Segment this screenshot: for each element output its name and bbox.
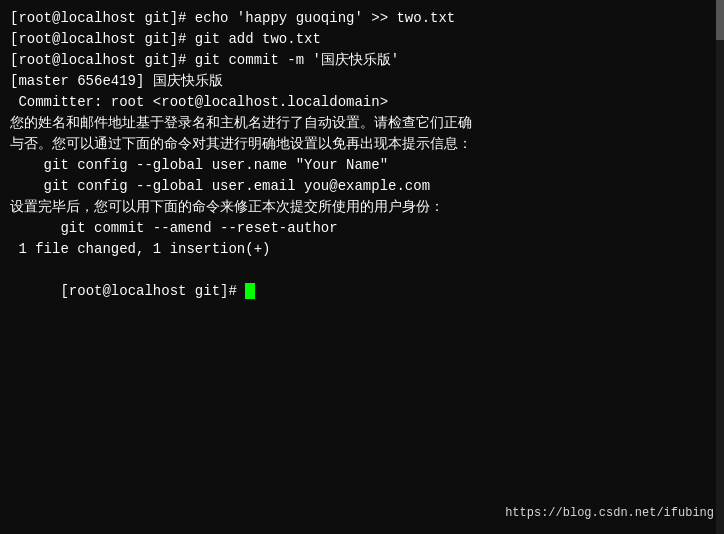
terminal-line: [master 656e419] 国庆快乐版 <box>10 71 714 92</box>
output: 您的姓名和邮件地址基于登录名和主机名进行了自动设置。请检查它们正确 <box>10 115 472 131</box>
cursor <box>245 283 255 299</box>
output: 与否。您可以通过下面的命令对其进行明确地设置以免再出现本提示信息： <box>10 136 472 152</box>
terminal-line: [root@localhost git]# git add two.txt <box>10 29 714 50</box>
scrollbar[interactable] <box>716 0 724 534</box>
terminal-line: [root@localhost git]# echo 'happy guoqin… <box>10 8 714 29</box>
watermark: https://blog.csdn.net/ifubing <box>505 506 714 520</box>
terminal-content: [root@localhost git]# echo 'happy guoqin… <box>10 8 714 323</box>
terminal-line: 设置完毕后，您可以用下面的命令来修正本次提交所使用的用户身份： <box>10 197 714 218</box>
output: 设置完毕后，您可以用下面的命令来修正本次提交所使用的用户身份： <box>10 199 444 215</box>
terminal-line: git config --global user.email you@examp… <box>10 176 714 197</box>
terminal-line: Committer: root <root@localhost.localdom… <box>10 92 714 113</box>
last-prompt: [root@localhost git]# <box>60 283 245 299</box>
output: Committer: root <root@localhost.localdom… <box>10 94 388 110</box>
prompt: [root@localhost git]# git commit -m '国庆快… <box>10 52 399 68</box>
terminal-line: 与否。您可以通过下面的命令对其进行明确地设置以免再出现本提示信息： <box>10 134 714 155</box>
terminal-line: 1 file changed, 1 insertion(+) <box>10 239 714 260</box>
output: git config --global user.name "Your Name… <box>10 157 388 173</box>
terminal-line: [root@localhost git]# git commit -m '国庆快… <box>10 50 714 71</box>
output: 1 file changed, 1 insertion(+) <box>10 241 270 257</box>
terminal-last-line: [root@localhost git]# <box>10 260 714 323</box>
terminal-line: git commit --amend --reset-author <box>10 218 714 239</box>
terminal-line: git config --global user.name "Your Name… <box>10 155 714 176</box>
terminal-window: [root@localhost git]# echo 'happy guoqin… <box>0 0 724 534</box>
output: [master 656e419] 国庆快乐版 <box>10 73 223 89</box>
prompt: [root@localhost git]# echo 'happy guoqin… <box>10 10 455 26</box>
scrollbar-thumb[interactable] <box>716 0 724 40</box>
output: git commit --amend --reset-author <box>10 220 338 236</box>
prompt: [root@localhost git]# git add two.txt <box>10 31 321 47</box>
terminal-line: 您的姓名和邮件地址基于登录名和主机名进行了自动设置。请检查它们正确 <box>10 113 714 134</box>
output: git config --global user.email you@examp… <box>10 178 430 194</box>
